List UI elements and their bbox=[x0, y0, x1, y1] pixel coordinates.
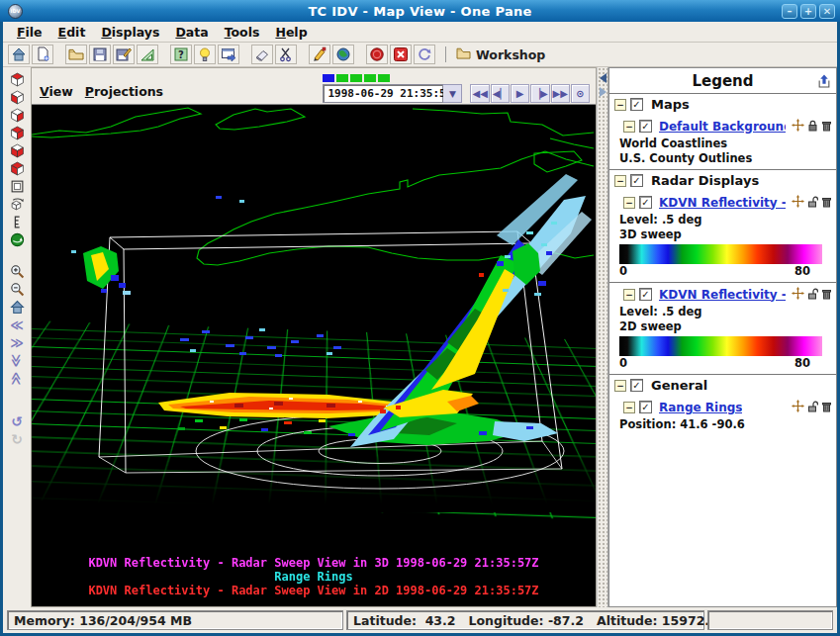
anim-rewind-button[interactable]: ◀◀ bbox=[470, 84, 489, 103]
dashboard-button[interactable] bbox=[8, 45, 30, 64]
menu-bar: File Edit Displays Data Tools Help bbox=[3, 22, 837, 43]
pan-right-button[interactable]: ≫ bbox=[6, 333, 28, 351]
general-visibility-checkbox[interactable]: ✓ bbox=[630, 379, 643, 392]
remove-display-trash-icon[interactable] bbox=[821, 398, 832, 416]
workshop-folder-icon[interactable] bbox=[456, 46, 471, 62]
reflectivity-colorbar[interactable] bbox=[619, 336, 822, 356]
display-window-button[interactable] bbox=[218, 45, 239, 64]
view-bottom-cube-button[interactable] bbox=[6, 88, 28, 106]
move-display-icon[interactable] bbox=[792, 285, 804, 304]
view-east-cube-button[interactable] bbox=[6, 124, 28, 141]
view-top-cube-button[interactable] bbox=[6, 70, 28, 88]
move-display-icon[interactable] bbox=[792, 117, 804, 136]
menu-projections[interactable]: Projections bbox=[83, 82, 173, 103]
map-3d-canvas[interactable]: KDVN Reflectivity - Radar Sweep View in … bbox=[32, 104, 596, 606]
redo-button[interactable]: ↻ bbox=[6, 430, 28, 448]
home-view-button[interactable] bbox=[6, 298, 28, 316]
move-display-icon[interactable] bbox=[792, 193, 804, 212]
entry-visibility-checkbox[interactable]: ✓ bbox=[639, 401, 652, 413]
view-north-cube-button[interactable] bbox=[6, 106, 28, 124]
remove-displays-button[interactable] bbox=[390, 45, 412, 64]
time-step-indicator[interactable] bbox=[364, 74, 376, 82]
collapse-right-icon[interactable] bbox=[600, 87, 607, 97]
cut-button[interactable] bbox=[275, 45, 297, 64]
anim-play-button[interactable]: ▶ bbox=[511, 84, 529, 103]
open-bundle-button[interactable] bbox=[65, 45, 87, 64]
time-step-indicator[interactable] bbox=[336, 74, 348, 82]
default-layout-button[interactable] bbox=[137, 45, 158, 64]
data-chooser-button[interactable]: ? bbox=[170, 45, 192, 64]
time-step-indicator[interactable] bbox=[378, 74, 390, 82]
menu-view[interactable]: View bbox=[38, 82, 83, 103]
entry-visibility-checkbox[interactable]: ✓ bbox=[639, 196, 652, 209]
menu-data[interactable]: Data bbox=[167, 23, 216, 42]
lock-icon[interactable] bbox=[807, 117, 818, 136]
reflectivity-colorbar[interactable] bbox=[619, 244, 822, 264]
menu-edit[interactable]: Edit bbox=[50, 23, 94, 42]
view-south-cube-button[interactable] bbox=[6, 141, 28, 159]
maps-visibility-checkbox[interactable]: ✓ bbox=[630, 98, 643, 111]
zoom-out-button[interactable] bbox=[6, 280, 28, 298]
collapse-toggle-icon[interactable]: − bbox=[623, 402, 635, 413]
undo-button[interactable]: ↺ bbox=[6, 412, 28, 430]
reload-button[interactable] bbox=[414, 45, 435, 64]
rotate-view-button[interactable] bbox=[6, 195, 28, 213]
pan-up-button[interactable]: ≫ bbox=[6, 351, 28, 369]
remove-display-trash-icon[interactable] bbox=[821, 117, 832, 136]
menu-tools[interactable]: Tools bbox=[217, 23, 268, 42]
time-select[interactable]: 1998-06-29 21:35:57Z bbox=[323, 84, 443, 103]
workshop-label[interactable]: Workshop bbox=[476, 47, 545, 62]
collapse-toggle-icon[interactable]: − bbox=[623, 197, 635, 209]
pan-left-button[interactable]: ≪ bbox=[6, 316, 28, 333]
globe-projection-button[interactable] bbox=[6, 230, 28, 248]
unlock-icon[interactable] bbox=[807, 193, 818, 212]
move-display-icon[interactable] bbox=[792, 398, 804, 416]
new-bundle-button[interactable] bbox=[32, 45, 53, 64]
time-dropdown-arrow-icon[interactable]: ▼ bbox=[443, 84, 462, 103]
remove-display-trash-icon[interactable] bbox=[821, 193, 832, 212]
menu-help[interactable]: Help bbox=[267, 23, 315, 42]
anim-step-back-button[interactable]: ◀▏ bbox=[491, 84, 510, 103]
collapse-toggle-icon[interactable]: − bbox=[614, 175, 626, 187]
time-step-indicator[interactable] bbox=[323, 74, 334, 82]
globe-button[interactable] bbox=[332, 45, 354, 64]
save-bundle-button[interactable] bbox=[89, 45, 111, 64]
anim-properties-button[interactable]: ⊙ bbox=[571, 84, 590, 103]
save-bundle-as-button[interactable] bbox=[113, 45, 135, 64]
entry-visibility-checkbox[interactable]: ✓ bbox=[639, 120, 652, 133]
eraser-button[interactable] bbox=[251, 45, 273, 64]
close-button[interactable]: ✕ bbox=[819, 4, 835, 19]
draw-button[interactable] bbox=[309, 45, 330, 64]
view-west-cube-button[interactable] bbox=[6, 159, 28, 177]
range-rings-link[interactable]: Range Rings bbox=[659, 401, 742, 414]
legend-float-icon[interactable] bbox=[817, 73, 831, 92]
anim-fast-forward-button[interactable]: ▶▶ bbox=[551, 84, 570, 103]
kdvn-reflectivity-2d-link[interactable]: KDVN Reflectivity - Radar _ bbox=[659, 288, 786, 302]
zoom-in-button[interactable] bbox=[6, 262, 28, 280]
radar-visibility-checkbox[interactable]: ✓ bbox=[630, 174, 643, 187]
radar-scattered-echoes bbox=[180, 196, 341, 357]
maximize-button[interactable]: + bbox=[800, 4, 816, 19]
pan-down-button[interactable]: ≪ bbox=[6, 369, 28, 387]
vertical-scale-button[interactable] bbox=[6, 213, 28, 230]
collapse-left-icon[interactable] bbox=[600, 73, 607, 83]
field-selector-button[interactable] bbox=[194, 45, 216, 64]
collapse-toggle-icon[interactable]: − bbox=[623, 121, 635, 133]
menu-displays[interactable]: Displays bbox=[93, 23, 167, 42]
kdvn-reflectivity-3d-link[interactable]: KDVN Reflectivity - Radar _ bbox=[659, 196, 786, 210]
default-background-maps-link[interactable]: Default Background Maps bbox=[659, 120, 786, 134]
legend-splitter[interactable] bbox=[597, 67, 608, 607]
entry-visibility-checkbox[interactable]: ✓ bbox=[639, 288, 652, 301]
time-step-indicator[interactable] bbox=[350, 74, 362, 82]
stop-loads-button[interactable] bbox=[366, 45, 388, 64]
collapse-toggle-icon[interactable]: − bbox=[614, 99, 626, 111]
anim-step-forward-button[interactable]: ▕▶ bbox=[530, 84, 549, 103]
unlock-icon[interactable] bbox=[807, 285, 818, 304]
remove-display-trash-icon[interactable] bbox=[821, 285, 832, 304]
collapse-toggle-icon[interactable]: − bbox=[614, 380, 626, 392]
collapse-toggle-icon[interactable]: − bbox=[623, 289, 635, 301]
minimize-button[interactable]: – bbox=[782, 4, 797, 19]
menu-file[interactable]: File bbox=[9, 23, 50, 42]
view-flat-2d-button[interactable] bbox=[6, 177, 28, 195]
unlock-icon[interactable] bbox=[807, 398, 818, 416]
